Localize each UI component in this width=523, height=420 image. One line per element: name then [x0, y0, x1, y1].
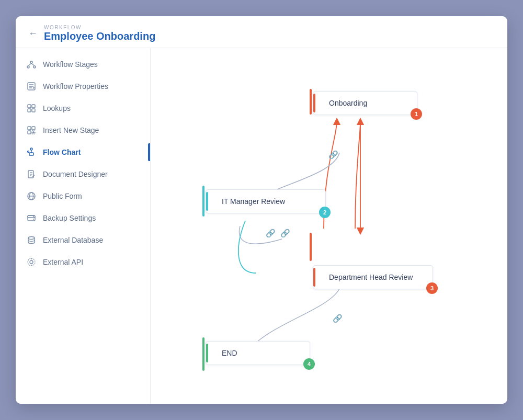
svg-line-3 — [28, 63, 31, 66]
svg-rect-10 — [32, 105, 35, 108]
lookups-icon — [26, 103, 37, 113]
flow-canvas: Onboarding 1 IT Manager Review 2 Departm… — [151, 48, 507, 404]
sidebar-item-external-api[interactable]: External API — [16, 251, 150, 273]
sidebar-item-document-designer[interactable]: Document Designer — [16, 163, 150, 185]
node-end-badge: 4 — [303, 358, 315, 370]
node-it-manager-label: IT Manager Review — [222, 197, 285, 206]
svg-line-23 — [29, 151, 29, 152]
sidebar-item-backup-settings[interactable]: Backup Settings — [16, 207, 150, 229]
sidebar-label-backup-settings: Backup Settings — [43, 214, 96, 222]
svg-point-34 — [33, 219, 34, 220]
main-window: ← WORKFLOW Employee Onboarding — [16, 16, 507, 404]
sidebar-label-document-designer: Document Designer — [43, 170, 108, 178]
back-button[interactable]: ← — [28, 28, 38, 39]
sidebar-label-workflow-stages: Workflow Stages — [43, 60, 98, 69]
svg-rect-13 — [28, 127, 31, 130]
svg-rect-15 — [28, 131, 31, 134]
document-icon — [26, 169, 37, 179]
node-onboarding-label: Onboarding — [329, 99, 367, 107]
svg-line-4 — [31, 63, 35, 66]
node-dept-head-label: Department Head Review — [329, 273, 413, 281]
sidebar-item-insert-new-stage[interactable]: Insert New Stage — [16, 119, 150, 141]
sidebar-label-lookups: Lookups — [43, 104, 71, 112]
header-text: WORKFLOW Employee Onboarding — [44, 25, 155, 42]
node-onboarding-badge: 1 — [411, 108, 422, 120]
properties-icon — [26, 81, 37, 92]
svg-rect-14 — [32, 127, 35, 130]
svg-rect-12 — [32, 109, 35, 112]
svg-point-36 — [30, 260, 33, 264]
sidebar-item-public-form[interactable]: Public Form — [16, 185, 150, 207]
svg-point-1 — [27, 66, 29, 68]
main-area: Workflow Stages Workflow Properties — [16, 48, 507, 404]
svg-point-35 — [28, 237, 35, 240]
header: ← WORKFLOW Employee Onboarding — [16, 16, 507, 48]
link-icon-1: 🔗 — [328, 150, 338, 160]
insert-icon — [26, 125, 37, 135]
node-it-manager-badge: 2 — [319, 207, 331, 218]
sidebar-label-flow-chart: Flow Chart — [43, 148, 81, 156]
svg-rect-9 — [28, 105, 31, 108]
api-icon — [26, 257, 37, 267]
sidebar-item-workflow-properties[interactable]: Workflow Properties — [16, 75, 150, 97]
sidebar-item-workflow-stages[interactable]: Workflow Stages — [16, 53, 150, 75]
node-end[interactable]: END 4 — [206, 341, 310, 365]
node-it-manager-review[interactable]: IT Manager Review 2 — [206, 189, 326, 213]
sidebar-label-external-api: External API — [43, 258, 83, 266]
svg-point-22 — [28, 151, 29, 153]
svg-rect-20 — [29, 153, 33, 155]
node-end-label: END — [222, 349, 237, 357]
link-icon-3: 🔗 — [280, 229, 290, 238]
svg-point-0 — [30, 61, 32, 63]
sidebar-label-insert-new-stage: Insert New Stage — [43, 126, 99, 134]
svg-point-19 — [30, 148, 32, 150]
link-icon-4: 🔗 — [333, 314, 343, 323]
svg-rect-31 — [28, 215, 35, 221]
svg-point-33 — [33, 216, 34, 217]
workflow-label: WORKFLOW — [44, 25, 155, 30]
stages-icon — [26, 59, 37, 70]
sidebar-item-lookups[interactable]: Lookups — [16, 97, 150, 119]
node-onboarding[interactable]: Onboarding 1 — [313, 91, 417, 115]
flowchart-icon — [26, 147, 37, 157]
link-icon-2: 🔗 — [266, 229, 276, 238]
sidebar-label-external-database: External Database — [43, 236, 103, 244]
node-dept-head-badge: 3 — [426, 282, 438, 294]
sidebar-label-public-form: Public Form — [43, 192, 82, 200]
flow-chart-content: Onboarding 1 IT Manager Review 2 Departm… — [151, 48, 507, 404]
form-icon — [26, 191, 37, 201]
backup-icon — [26, 213, 37, 223]
sidebar-label-workflow-properties: Workflow Properties — [43, 82, 108, 90]
sidebar: Workflow Stages Workflow Properties — [16, 48, 151, 404]
svg-rect-11 — [28, 109, 31, 112]
sidebar-item-flow-chart[interactable]: Flow Chart — [16, 141, 150, 163]
page-title: Employee Onboarding — [44, 30, 155, 42]
database-icon — [26, 235, 37, 245]
svg-point-2 — [33, 66, 36, 68]
node-department-head-review[interactable]: Department Head Review 3 — [313, 265, 433, 289]
sidebar-item-external-database[interactable]: External Database — [16, 229, 150, 251]
